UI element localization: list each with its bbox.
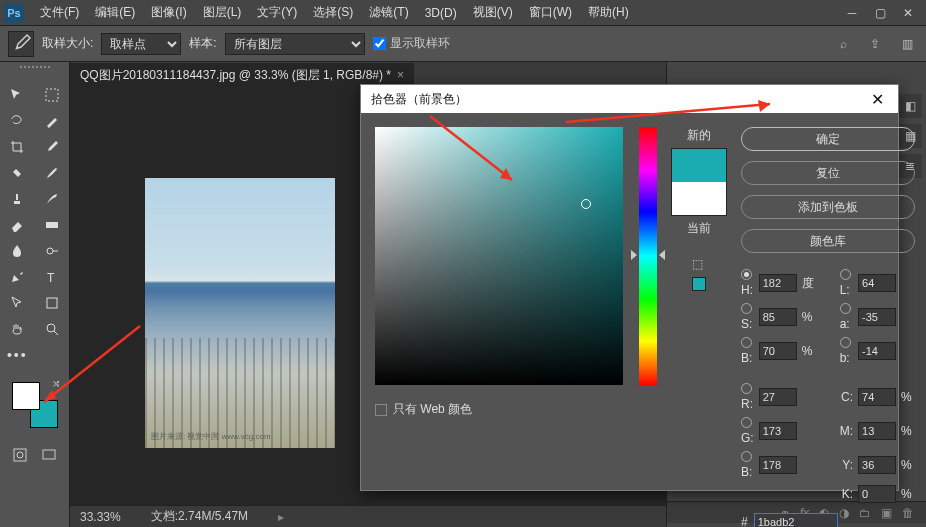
dodge-tool[interactable] — [37, 239, 67, 263]
bri-input[interactable] — [759, 342, 797, 360]
menu-view[interactable]: 视图(V) — [465, 0, 521, 25]
blue-input[interactable] — [759, 456, 797, 474]
quickmask-button[interactable] — [6, 443, 35, 467]
zoom-level[interactable]: 33.33% — [80, 510, 121, 524]
move-tool[interactable] — [2, 83, 32, 107]
document-image: 图片来源: 视觉中国 www.vcg.com — [145, 178, 335, 448]
hue-slider[interactable] — [637, 127, 657, 385]
search-icon[interactable]: ⌕ — [832, 33, 854, 55]
color-value-grid: H: 度 L: S: % a: B: % b: — [741, 269, 915, 503]
workspace-icon[interactable]: ▥ — [896, 33, 918, 55]
screenmode-button[interactable] — [35, 443, 64, 467]
gamut-swatch[interactable] — [692, 277, 706, 291]
blur-tool[interactable] — [2, 239, 32, 263]
pct-unit-4: % — [901, 424, 915, 438]
green-radio[interactable] — [741, 417, 752, 428]
heal-tool[interactable] — [2, 161, 32, 185]
hue-input[interactable] — [759, 274, 797, 292]
sat-radio[interactable] — [741, 303, 752, 314]
stamp-tool[interactable] — [2, 187, 32, 211]
marquee-tool[interactable] — [37, 83, 67, 107]
document-tab-title: QQ图片20180311184437.jpg @ 33.3% (图层 1, RG… — [80, 67, 391, 84]
share-icon[interactable]: ⇪ — [864, 33, 886, 55]
lab-b-input[interactable] — [858, 342, 896, 360]
eyedropper-tool[interactable] — [37, 135, 67, 159]
show-ring-label: 显示取样环 — [390, 35, 450, 52]
hex-label: # — [741, 515, 748, 527]
menu-file[interactable]: 文件(F) — [32, 0, 87, 25]
lasso-tool[interactable] — [2, 109, 32, 133]
yellow-input[interactable] — [858, 456, 896, 474]
color-swatches[interactable]: ⤭ — [12, 382, 58, 428]
menu-edit[interactable]: 编辑(E) — [87, 0, 143, 25]
deg-unit: 度 — [802, 275, 816, 292]
gamut-warning-icon[interactable]: ⬚ — [692, 257, 706, 271]
color-library-button[interactable]: 颜色库 — [741, 229, 915, 253]
cyan-input[interactable] — [858, 388, 896, 406]
menu-text[interactable]: 文字(Y) — [249, 0, 305, 25]
hand-tool[interactable] — [2, 317, 32, 341]
path-select-tool[interactable] — [2, 291, 32, 315]
green-input[interactable] — [759, 422, 797, 440]
lab-a-label: a: — [840, 317, 850, 331]
menu-3d[interactable]: 3D(D) — [417, 2, 465, 24]
red-radio[interactable] — [741, 383, 752, 394]
eraser-tool[interactable] — [2, 213, 32, 237]
menu-window[interactable]: 窗口(W) — [521, 0, 580, 25]
doc-size-info[interactable]: 文档:2.74M/5.47M — [151, 508, 248, 525]
black-input[interactable] — [858, 485, 896, 503]
menu-layer[interactable]: 图层(L) — [195, 0, 250, 25]
window-maximize-button[interactable]: ▢ — [866, 3, 894, 23]
hue-radio[interactable] — [741, 269, 752, 280]
tool-preset-button[interactable] — [8, 31, 34, 57]
ok-button[interactable]: 确定 — [741, 127, 915, 151]
saturation-value-field[interactable] — [375, 127, 623, 385]
show-ring-input[interactable] — [373, 37, 386, 50]
swap-colors-icon[interactable]: ⤭ — [52, 378, 60, 389]
dialog-titlebar[interactable]: 拾色器（前景色） ✕ — [361, 85, 898, 113]
svg-point-2 — [47, 248, 53, 254]
menu-select[interactable]: 选择(S) — [305, 0, 361, 25]
brush-tool[interactable] — [37, 161, 67, 185]
panel-grip-icon[interactable] — [20, 66, 50, 70]
hex-input[interactable] — [754, 513, 838, 527]
blue-radio[interactable] — [741, 451, 752, 462]
web-colors-checkbox[interactable]: 只有 Web 颜色 — [375, 401, 623, 418]
lightness-input[interactable] — [858, 274, 896, 292]
dialog-close-button[interactable]: ✕ — [867, 90, 888, 109]
text-tool[interactable]: T — [37, 265, 67, 289]
current-color-swatch[interactable] — [672, 182, 726, 215]
lab-a-radio[interactable] — [840, 303, 851, 314]
window-close-button[interactable]: ✕ — [894, 3, 922, 23]
bri-radio[interactable] — [741, 337, 752, 348]
reset-button[interactable]: 复位 — [741, 161, 915, 185]
lightness-radio[interactable] — [840, 269, 851, 280]
sat-input[interactable] — [759, 308, 797, 326]
sample-layer-select[interactable]: 所有图层 — [225, 33, 365, 55]
magenta-input[interactable] — [858, 422, 896, 440]
foreground-color-swatch[interactable] — [12, 382, 40, 410]
gradient-tool[interactable] — [37, 213, 67, 237]
panel-color-button[interactable]: ◧ — [898, 94, 922, 118]
status-caret-icon[interactable]: ▸ — [278, 510, 284, 524]
pen-tool[interactable] — [2, 265, 32, 289]
edit-toolbar-button[interactable]: ••• — [2, 343, 32, 367]
lab-a-input[interactable] — [858, 308, 896, 326]
show-ring-checkbox[interactable]: 显示取样环 — [373, 35, 450, 52]
menu-help[interactable]: 帮助(H) — [580, 0, 637, 25]
menu-image[interactable]: 图像(I) — [143, 0, 194, 25]
bri-label: B: — [741, 351, 752, 365]
red-input[interactable] — [759, 388, 797, 406]
history-brush-tool[interactable] — [37, 187, 67, 211]
zoom-tool[interactable] — [37, 317, 67, 341]
shape-tool[interactable] — [37, 291, 67, 315]
menu-filter[interactable]: 滤镜(T) — [361, 0, 416, 25]
sample-size-select[interactable]: 取样点 — [101, 33, 181, 55]
svg-text:T: T — [47, 271, 55, 285]
add-swatch-button[interactable]: 添加到色板 — [741, 195, 915, 219]
wand-tool[interactable] — [37, 109, 67, 133]
crop-tool[interactable] — [2, 135, 32, 159]
lab-b-radio[interactable] — [840, 337, 851, 348]
window-minimize-button[interactable]: ─ — [838, 3, 866, 23]
close-icon[interactable]: × — [397, 68, 404, 82]
